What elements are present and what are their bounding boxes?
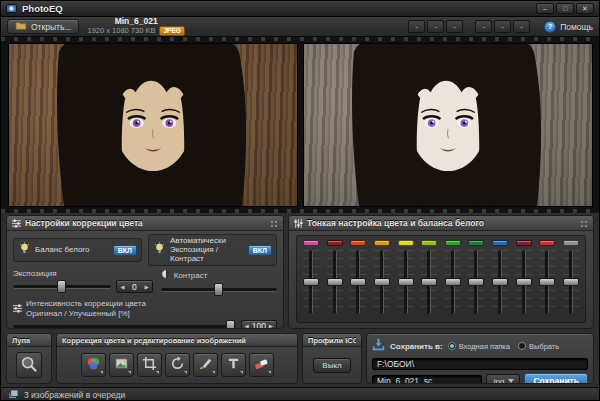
exposure-spinner[interactable]: ◀ 0 ▶ [116, 280, 152, 293]
green-slider-thumb[interactable] [445, 278, 461, 286]
open-button[interactable]: Открыть... [7, 19, 79, 34]
preview-original[interactable] [8, 43, 298, 207]
eraser-tool-button[interactable] [249, 353, 274, 377]
save-button[interactable]: Сохранить [524, 373, 588, 384]
minimize-button[interactable]: – [536, 3, 554, 14]
fine-slider-yellow[interactable] [398, 240, 414, 314]
contrast-slider-thumb[interactable] [214, 283, 223, 296]
gray-slider-track[interactable] [563, 250, 579, 314]
exposure-contrast-row: Экспозиция ◀ 0 ▶ [13, 269, 277, 296]
fine-slider-maroon[interactable] [516, 240, 532, 314]
save-destination-row: Сохранить в: Входная папкаВыбрать [372, 337, 588, 355]
loupe-panel: Лупа [6, 333, 52, 384]
green-color-chip [445, 240, 461, 246]
maroon-slider-track[interactable] [516, 250, 532, 314]
yellow-green-slider-track[interactable] [421, 250, 437, 314]
preset-slot-button[interactable]: - [427, 20, 444, 33]
dark-red-slider-thumb[interactable] [327, 278, 343, 286]
intensity-spinner[interactable]: ◀ 100 ▶ [241, 320, 277, 329]
fine-slider-yellow-green[interactable] [421, 240, 437, 314]
close-button[interactable]: ✕ [576, 3, 594, 14]
maroon-slider-thumb[interactable] [516, 278, 532, 286]
fine-slider-magenta[interactable] [303, 240, 319, 314]
yellow-green-slider-thumb[interactable] [421, 278, 437, 286]
intensity-value: 100 [251, 321, 267, 329]
fine-panel-title: Тонкая настройка цвета и баланса белого [307, 218, 484, 228]
exposure-control: Экспозиция ◀ 0 ▶ [13, 269, 153, 296]
green-slider-track[interactable] [445, 250, 461, 314]
filename-input[interactable] [372, 375, 482, 385]
intensity-slider[interactable] [13, 320, 236, 329]
fine-sliders [296, 235, 586, 323]
exposure-slider-thumb[interactable] [57, 280, 66, 293]
red-orange-slider-track[interactable] [350, 250, 366, 314]
color-wheel-tool-button[interactable] [81, 353, 106, 377]
help-icon: ? [544, 21, 556, 33]
brush-tool-button[interactable] [193, 353, 218, 377]
fine-slider-red-orange[interactable] [350, 240, 366, 314]
text-tool-button[interactable] [221, 353, 246, 377]
magenta-slider-thumb[interactable] [303, 278, 319, 286]
fine-slider-gray[interactable] [563, 240, 579, 314]
crop-icon [142, 356, 157, 374]
white-balance-toggle[interactable]: ВКЛ [113, 245, 137, 256]
increment-arrow-icon[interactable]: ▶ [144, 284, 148, 290]
fine-slider-red[interactable] [539, 240, 555, 314]
fine-slider-green[interactable] [445, 240, 461, 314]
gray-slider-thumb[interactable] [563, 278, 579, 286]
color-panel-body: Баланс белого ВКЛ Автоматически Экспозиц… [7, 231, 283, 329]
dark-green-slider-track[interactable] [468, 250, 484, 314]
titlebar: PhotoEQ –□✕ [1, 1, 599, 17]
preview-corrected[interactable] [303, 43, 593, 207]
preset-slot-button[interactable]: - [513, 20, 530, 33]
orange-slider-track[interactable] [374, 250, 390, 314]
fine-slider-blue[interactable] [492, 240, 508, 314]
radio-selected[interactable]: Входная папка [448, 342, 510, 351]
red-slider-thumb[interactable] [539, 278, 555, 286]
intensity-slider-thumb[interactable] [226, 320, 235, 329]
red-orange-slider-thumb[interactable] [350, 278, 366, 286]
format-select[interactable]: .jpg [486, 374, 521, 384]
loupe-button[interactable] [16, 352, 42, 378]
dark-red-slider-track[interactable] [327, 250, 343, 314]
auto-exposure-toggle[interactable]: ВКЛ [248, 245, 272, 256]
help-button[interactable]: ? Помощь [544, 21, 593, 33]
preset-slot-button[interactable]: - [408, 20, 425, 33]
maroon-color-chip [516, 240, 532, 246]
fine-slider-dark-green[interactable] [468, 240, 484, 314]
exposure-slider[interactable] [13, 280, 111, 293]
rotate-tool-button[interactable] [165, 353, 190, 377]
decrement-arrow-icon[interactable]: ◀ [120, 284, 124, 290]
yellow-slider-thumb[interactable] [398, 278, 414, 286]
fine-slider-orange[interactable] [374, 240, 390, 314]
save-path-input[interactable] [372, 358, 588, 370]
maximize-button[interactable]: □ [556, 3, 574, 14]
decrement-arrow-icon[interactable]: ◀ [245, 323, 249, 329]
image-adjust-tool-button[interactable] [109, 353, 134, 377]
fine-slider-dark-red[interactable] [327, 240, 343, 314]
dark-green-slider-thumb[interactable] [468, 278, 484, 286]
contrast-label-row: Контраст [161, 269, 277, 281]
contrast-label: Контраст [174, 271, 208, 280]
contrast-slider[interactable] [161, 283, 277, 296]
yellow-color-chip [398, 240, 414, 246]
red-slider-track[interactable] [539, 250, 555, 314]
preset-buttons: ------ [408, 20, 530, 33]
preset-slot-button[interactable]: - [475, 20, 492, 33]
orange-slider-thumb[interactable] [374, 278, 390, 286]
preset-slot-button[interactable]: - [494, 20, 511, 33]
orange-color-chip [374, 240, 390, 246]
radio-option[interactable]: Выбрать [518, 342, 559, 351]
crop-tool-button[interactable] [137, 353, 162, 377]
preset-slot-button[interactable]: - [446, 20, 463, 33]
save-to-label: Сохранить в: [390, 342, 443, 351]
yellow-slider-track[interactable] [398, 250, 414, 314]
blue-slider-track[interactable] [492, 250, 508, 314]
white-balance-label: Баланс белого [35, 246, 90, 255]
blue-slider-thumb[interactable] [492, 278, 508, 286]
increment-arrow-icon[interactable]: ▶ [269, 323, 273, 329]
icc-off-button[interactable]: Выкл [313, 358, 350, 373]
magenta-slider-track[interactable] [303, 250, 319, 314]
intensity-label-row: Интенсивность коррекции цвета Оригинал /… [13, 299, 277, 317]
window-title: PhotoEQ [22, 3, 63, 14]
